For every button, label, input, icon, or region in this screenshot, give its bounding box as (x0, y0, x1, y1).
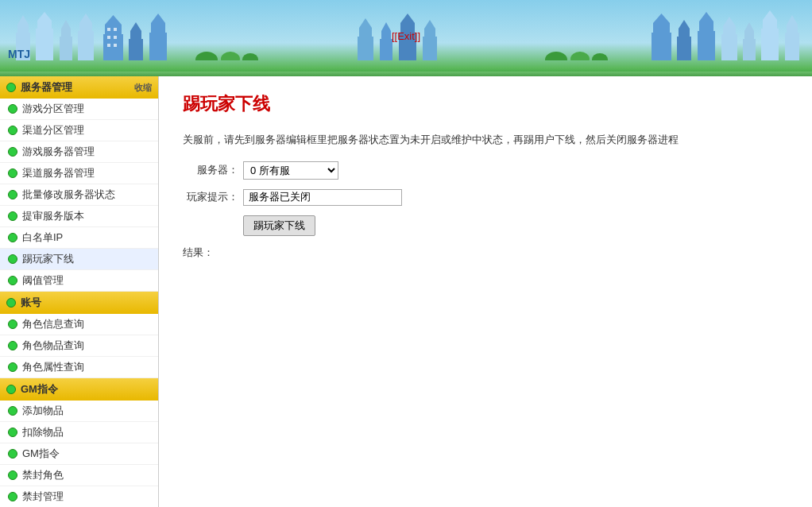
dot-submit-version (8, 211, 17, 221)
header: MTJ [[Exit]] (0, 0, 812, 72)
svg-rect-9 (78, 31, 94, 60)
svg-rect-36 (721, 34, 737, 60)
sidebar-section-server-label: 服务器管理 (21, 80, 72, 95)
svg-marker-38 (723, 17, 736, 26)
svg-rect-15 (129, 39, 143, 60)
svg-point-63 (545, 52, 567, 60)
sidebar-item-remove-item[interactable]: 扣除物品 (0, 422, 158, 443)
svg-rect-10 (79, 23, 92, 33)
svg-marker-41 (744, 22, 754, 31)
dot-role-attr (8, 362, 17, 372)
result-row: 结果： (183, 246, 788, 260)
svg-marker-29 (653, 14, 670, 23)
sidebar-item-ban-package[interactable]: 禁封管理 (0, 486, 158, 507)
svg-rect-33 (698, 31, 715, 60)
svg-rect-48 (358, 37, 373, 60)
server-label: 服务器： (183, 163, 238, 177)
sidebar-item-game-zone[interactable]: 游戏分区管理 (0, 99, 158, 120)
svg-marker-53 (381, 22, 391, 31)
sidebar-item-submit-version[interactable]: 提审服务版本 (0, 206, 158, 227)
svg-rect-12 (103, 34, 123, 60)
exit-bracket-right: ] (417, 30, 420, 42)
svg-rect-42 (761, 29, 779, 60)
svg-marker-32 (679, 20, 690, 29)
svg-rect-34 (699, 21, 713, 33)
svg-rect-4 (37, 21, 52, 30)
exit-text[interactable]: [Exit] (395, 30, 418, 42)
dot-threshold (8, 276, 17, 285)
sidebar-item-ban-role[interactable]: 禁封角色 (0, 465, 158, 486)
dot-ban-role (8, 470, 17, 480)
sidebar-item-role-info[interactable]: 角色信息查询 (0, 314, 158, 335)
sidebar-section-gm[interactable]: GM指令 (0, 378, 158, 401)
kick-button-row: 踢玩家下线 (183, 215, 788, 246)
kick-player-button[interactable]: 踢玩家下线 (243, 215, 315, 236)
sidebar-item-batch-modify[interactable]: 批量修改服务器状态 (0, 184, 158, 206)
main-content: 踢玩家下线 关服前，请先到服务器编辑框里把服务器状态置为未开启或维护中状态，再踢… (159, 76, 812, 507)
svg-rect-16 (130, 31, 141, 41)
collapse-btn-server[interactable]: 收缩 (134, 82, 152, 94)
svg-rect-39 (743, 39, 756, 60)
svg-rect-23 (107, 36, 110, 39)
server-row: 服务器： 0 所有服 (183, 161, 788, 180)
svg-marker-11 (79, 14, 92, 23)
sidebar-section-account[interactable]: 账号 (0, 292, 158, 314)
dot-whitelist-ip (8, 233, 17, 242)
svg-rect-6 (60, 37, 72, 60)
sidebar-item-gm-cmd[interactable]: GM指令 (0, 443, 158, 465)
dot-role-items (8, 341, 17, 350)
sidebar-item-role-attr[interactable]: 角色属性查询 (0, 357, 158, 378)
exit-link[interactable]: [[Exit]] (392, 30, 420, 42)
svg-rect-19 (151, 23, 165, 34)
svg-marker-5 (37, 12, 52, 21)
svg-rect-27 (652, 33, 671, 60)
svg-marker-50 (359, 18, 372, 28)
svg-marker-44 (763, 10, 777, 20)
dot-game-server (8, 147, 17, 157)
svg-rect-57 (423, 37, 437, 60)
logo: MTJ (8, 48, 30, 60)
svg-rect-3 (36, 29, 53, 60)
player-hint-label: 玩家提示： (183, 190, 238, 204)
sidebar-item-threshold[interactable]: 阈值管理 (0, 270, 158, 292)
svg-marker-8 (61, 20, 71, 29)
sidebar: 服务器管理 收缩 游戏分区管理 渠道分区管理 游戏服务器管理 渠道服务器管理 (0, 76, 159, 507)
svg-rect-37 (723, 26, 736, 36)
svg-rect-25 (107, 44, 110, 47)
svg-rect-30 (677, 37, 691, 60)
sidebar-item-whitelist-ip[interactable]: 白名单IP (0, 227, 158, 249)
sidebar-section-account-label: 账号 (21, 296, 41, 310)
sidebar-item-game-server[interactable]: 游戏服务器管理 (0, 141, 158, 163)
svg-rect-31 (679, 29, 690, 38)
page-title: 踢玩家下线 (183, 92, 788, 116)
sidebar-section-server-management[interactable]: 服务器管理 收缩 (0, 76, 158, 99)
svg-rect-22 (114, 28, 117, 31)
sidebar-item-channel-zone[interactable]: 渠道分区管理 (0, 120, 158, 141)
dot-add-item (8, 406, 17, 416)
svg-rect-21 (107, 28, 110, 31)
svg-rect-58 (424, 29, 435, 38)
svg-rect-52 (381, 31, 391, 41)
section-dot-server (6, 83, 16, 92)
server-select[interactable]: 0 所有服 (243, 161, 338, 180)
sidebar-item-kick-player[interactable]: 踢玩家下线 (0, 249, 158, 270)
sidebar-item-channel-server[interactable]: 渠道服务器管理 (0, 163, 158, 184)
svg-marker-56 (400, 14, 415, 23)
sidebar-item-role-items[interactable]: 角色物品查询 (0, 335, 158, 357)
dot-remove-item (8, 428, 17, 437)
svg-point-64 (570, 52, 590, 60)
svg-rect-28 (653, 23, 670, 34)
svg-point-60 (195, 52, 218, 60)
dot-game-zone (8, 104, 17, 114)
svg-marker-2 (17, 15, 29, 25)
svg-rect-40 (744, 31, 754, 41)
svg-rect-45 (785, 33, 799, 60)
svg-rect-24 (114, 36, 117, 39)
player-hint-row: 玩家提示： (183, 189, 788, 206)
sidebar-item-add-item[interactable]: 添加物品 (0, 401, 158, 422)
svg-rect-26 (114, 44, 117, 47)
player-hint-input[interactable] (243, 189, 402, 206)
dot-role-info (8, 319, 17, 329)
result-label: 结果： (183, 246, 214, 260)
svg-rect-43 (763, 20, 777, 30)
